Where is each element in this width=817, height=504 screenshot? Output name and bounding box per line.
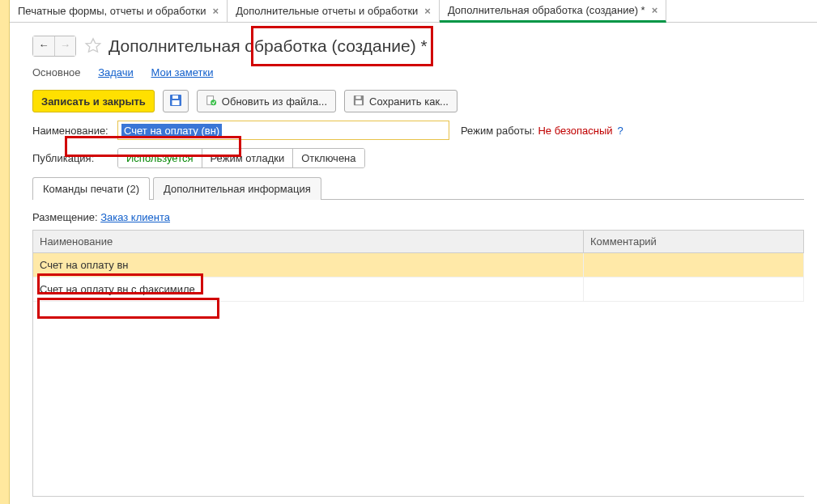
title-bar: ← → Дополнительная обработка (создание) …	[32, 36, 804, 57]
placement-row: Размещение: Заказ клиента	[32, 211, 804, 223]
section-tab-tasks[interactable]: Задачи	[98, 66, 134, 78]
svg-rect-1	[172, 95, 178, 99]
close-icon[interactable]: ×	[652, 4, 658, 16]
toolbar: Записать и закрыть Обновить из файла... …	[32, 90, 804, 112]
page-body: ← → Дополнительная обработка (создание) …	[10, 23, 817, 504]
nav-forward-button[interactable]: →	[54, 36, 75, 56]
section-tab-main[interactable]: Основное	[32, 66, 81, 78]
page-title: Дополнительная обработка (создание) *	[109, 36, 428, 56]
button-label: Сохранить как...	[369, 95, 449, 108]
inner-tabs: Команды печати (2) Дополнительная информ…	[32, 176, 804, 200]
pub-option-off[interactable]: Отключена	[293, 149, 364, 167]
grid-header: Наименование Комментарий	[33, 231, 804, 253]
placement-value-link[interactable]: Заказ клиента	[100, 211, 170, 223]
app-tabs: Печатные формы, отчеты и обработки × Доп…	[0, 0, 817, 23]
arrow-right-icon: →	[60, 39, 70, 51]
publication-segmented: Используется Режим отладки Отключена	[117, 148, 365, 168]
favorite-star-icon[interactable]	[84, 37, 102, 55]
save-and-close-button[interactable]: Записать и закрыть	[32, 90, 155, 112]
section-tabs: Основное Задачи Мои заметки	[32, 66, 804, 78]
app-tab-label: Дополнительные отчеты и обработки	[236, 5, 418, 17]
help-icon[interactable]: ?	[618, 125, 623, 137]
app-tab-additional-reports[interactable]: Дополнительные отчеты и обработки ×	[228, 0, 440, 22]
name-input[interactable]: Счет на оплату (вн)	[117, 121, 449, 140]
row-publication: Публикация: Используется Режим отладки О…	[32, 148, 804, 168]
app-tab-label: Печатные формы, отчеты и обработки	[18, 5, 206, 17]
svg-rect-2	[172, 100, 179, 105]
cell-comment	[584, 253, 804, 277]
svg-rect-7	[355, 100, 362, 104]
app-tab-label: Дополнительная обработка (создание) *	[448, 4, 645, 16]
save-as-icon	[353, 95, 364, 108]
refresh-file-icon	[206, 95, 217, 108]
mode-value: Не безопасный	[538, 125, 612, 137]
cell-comment	[584, 277, 804, 301]
tab-additional-info[interactable]: Дополнительная информация	[153, 177, 321, 200]
section-tab-notes[interactable]: Мои заметки	[151, 66, 213, 78]
placement-label: Размещение:	[32, 211, 98, 223]
publication-label: Публикация:	[32, 152, 117, 164]
left-sidebar-sliver	[0, 0, 10, 504]
table-row[interactable]: Счет на оплату вн с факсимиле	[33, 277, 804, 302]
update-from-file-button[interactable]: Обновить из файла...	[197, 90, 336, 112]
row-name: Наименование: Счет на оплату (вн) Режим …	[32, 121, 804, 140]
pub-option-debug[interactable]: Режим отладки	[202, 149, 294, 167]
button-label: Записать и закрыть	[41, 95, 146, 108]
app-tab-additional-processing[interactable]: Дополнительная обработка (создание) * ×	[440, 0, 666, 23]
tab-print-commands[interactable]: Команды печати (2)	[32, 177, 150, 200]
svg-rect-6	[356, 95, 361, 99]
commands-grid: Наименование Комментарий Счет на оплату …	[32, 230, 804, 497]
grid-body: Счет на оплату вн Счет на оплату вн с фа…	[33, 253, 804, 496]
nav-buttons: ← →	[32, 36, 76, 57]
mode-label: Режим работы:	[461, 125, 534, 137]
close-icon[interactable]: ×	[213, 5, 219, 17]
nav-back-button[interactable]: ←	[33, 36, 54, 56]
col-header-name[interactable]: Наименование	[33, 231, 584, 252]
cell-name: Счет на оплату вн	[33, 253, 584, 277]
app-tab-print-forms[interactable]: Печатные формы, отчеты и обработки ×	[10, 0, 228, 22]
table-row[interactable]: Счет на оплату вн	[33, 253, 804, 277]
col-header-comment[interactable]: Комментарий	[584, 231, 804, 252]
floppy-icon	[169, 94, 182, 109]
name-value-selected: Счет на оплату (вн)	[121, 124, 222, 138]
save-button[interactable]	[163, 90, 189, 112]
save-as-button[interactable]: Сохранить как...	[344, 90, 457, 112]
close-icon[interactable]: ×	[424, 5, 431, 17]
arrow-left-icon: ←	[39, 39, 49, 51]
pub-option-used[interactable]: Используется	[118, 149, 202, 167]
name-label: Наименование:	[32, 125, 117, 137]
cell-name: Счет на оплату вн с факсимиле	[33, 277, 584, 301]
button-label: Обновить из файла...	[222, 95, 327, 108]
